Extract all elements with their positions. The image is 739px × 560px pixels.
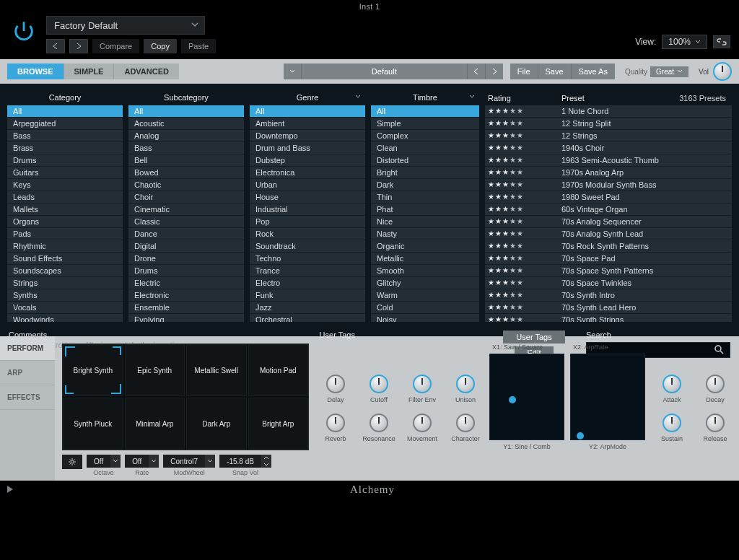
tab-simple[interactable]: SIMPLE	[64, 64, 115, 79]
list-item[interactable]: Complex	[371, 130, 479, 142]
list-item[interactable]: Downtempo	[250, 130, 365, 142]
list-item[interactable]: Nice	[371, 216, 479, 228]
list-item[interactable]: Bowed	[128, 167, 244, 179]
list-item[interactable]: Sound Effects	[7, 253, 123, 265]
perform-pad[interactable]: Synth Pluck	[63, 398, 123, 450]
character-knob[interactable]	[456, 414, 475, 432]
sustain-knob[interactable]	[663, 414, 681, 432]
preset-header[interactable]: Preset	[557, 94, 667, 102]
snapvol-stepper[interactable]: -15.8 dB	[219, 455, 271, 468]
rating-stars[interactable]: ★★★★★	[485, 291, 557, 299]
list-item[interactable]: Acoustic	[128, 118, 244, 130]
list-item[interactable]: Simple	[371, 118, 479, 130]
rating-stars[interactable]: ★★★★★	[485, 279, 557, 286]
rating-stars[interactable]: ★★★★★	[485, 156, 557, 164]
rating-stars[interactable]: ★★★★★	[485, 242, 557, 250]
next-preset-button[interactable]	[69, 39, 88, 53]
rating-stars[interactable]: ★★★★★	[485, 131, 557, 139]
volume-knob[interactable]	[713, 62, 732, 81]
list-item[interactable]: All	[128, 105, 244, 118]
rating-stars[interactable]: ★★★★★	[485, 217, 557, 225]
preset-row[interactable]: ★★★★★1970s Modular Synth Bass	[485, 179, 732, 191]
perform-pad[interactable]: Epic Synth	[125, 344, 185, 396]
perform-pad[interactable]: Bright Synth	[63, 344, 123, 396]
list-item[interactable]: Glitchy	[371, 277, 479, 289]
rating-stars[interactable]: ★★★★★	[485, 266, 557, 274]
preset-row[interactable]: ★★★★★70s Synth Lead Hero	[485, 302, 732, 314]
list-item[interactable]: Industrial	[250, 204, 365, 216]
preset-row[interactable]: ★★★★★12 String Split	[485, 118, 732, 130]
octave-dropdown[interactable]: Off	[87, 455, 121, 468]
filter-env-knob[interactable]	[413, 375, 432, 393]
perform-pad[interactable]: Motion Pad	[248, 344, 309, 396]
list-item[interactable]: All	[7, 105, 123, 118]
rating-stars[interactable]: ★★★★★	[485, 144, 557, 152]
genre-header[interactable]: Genre	[250, 91, 365, 105]
copy-button[interactable]: Copy	[144, 39, 177, 53]
preset-row[interactable]: ★★★★★1980 Sweet Pad	[485, 191, 732, 204]
list-item[interactable]: Pads	[7, 228, 123, 240]
preset-row[interactable]: ★★★★★1963 Semi-Acoustic Thumb	[485, 154, 732, 167]
chevron-up-icon[interactable]	[261, 455, 271, 461]
tab-advanced[interactable]: ADVANCED	[114, 64, 179, 79]
prev-preset-button[interactable]	[46, 39, 65, 53]
attack-knob[interactable]	[663, 375, 681, 393]
list-item[interactable]: Soundscapes	[7, 265, 123, 277]
list-item[interactable]: Evolving	[128, 314, 244, 322]
rating-stars[interactable]: ★★★★★	[485, 119, 557, 127]
list-item[interactable]: Dark	[371, 179, 479, 191]
chevron-down-icon[interactable]	[261, 461, 271, 468]
list-item[interactable]: Leads	[7, 191, 123, 204]
list-item[interactable]: Analog	[128, 130, 244, 142]
list-item[interactable]: Drums	[7, 154, 123, 167]
resonance-knob[interactable]	[370, 414, 388, 432]
preset-row[interactable]: ★★★★★12 Strings	[485, 130, 732, 142]
save-as-button[interactable]: Save As	[572, 64, 615, 79]
list-item[interactable]: Mallets	[7, 204, 123, 216]
list-item[interactable]: Bass	[7, 130, 123, 142]
preset-prev-button[interactable]	[468, 64, 486, 79]
link-icon[interactable]	[713, 35, 730, 48]
list-item[interactable]: Electro	[250, 277, 365, 289]
power-button[interactable]	[9, 16, 39, 46]
decay-knob[interactable]	[706, 375, 725, 393]
tab-browse[interactable]: BROWSE	[7, 64, 64, 79]
list-item[interactable]: Arpeggiated	[7, 118, 123, 130]
list-item[interactable]: Jazz	[250, 302, 365, 314]
preset-row[interactable]: ★★★★★70s Synth Strings	[485, 314, 732, 322]
gear-icon[interactable]	[62, 455, 82, 469]
xy2-pad[interactable]	[570, 354, 645, 440]
rating-stars[interactable]: ★★★★★	[485, 229, 557, 237]
list-item[interactable]: Guitars	[7, 167, 123, 179]
list-item[interactable]: Electric	[128, 277, 244, 289]
list-item[interactable]: Digital	[128, 240, 244, 253]
perform-pad[interactable]: Bright Arp	[248, 398, 309, 450]
rating-stars[interactable]: ★★★★★	[485, 193, 557, 201]
list-item[interactable]: Keys	[7, 179, 123, 191]
list-item[interactable]: Warm	[371, 289, 479, 302]
preset-row[interactable]: ★★★★★70s Synth Intro	[485, 289, 732, 302]
xy1-pad[interactable]	[489, 354, 564, 440]
list-item[interactable]: Synths	[7, 289, 123, 302]
preset-row[interactable]: ★★★★★1 Note Chord	[485, 105, 732, 118]
list-item[interactable]: Clean	[371, 142, 479, 154]
list-item[interactable]: Rock	[250, 228, 365, 240]
side-tab-effects[interactable]: EFFECTS	[0, 385, 55, 410]
list-item[interactable]: Soundtrack	[250, 240, 365, 253]
list-item[interactable]: Phat	[371, 204, 479, 216]
rating-stars[interactable]: ★★★★★	[485, 254, 557, 262]
list-item[interactable]: All	[371, 105, 479, 118]
release-knob[interactable]	[706, 414, 725, 432]
preset-menu-button[interactable]	[284, 64, 302, 79]
list-item[interactable]: Trance	[250, 265, 365, 277]
list-item[interactable]: Bass	[128, 142, 244, 154]
timbre-header[interactable]: Timbre	[371, 91, 479, 105]
list-item[interactable]: Ensemble	[128, 302, 244, 314]
preset-row[interactable]: ★★★★★70s Analog Sequencer	[485, 216, 732, 228]
rating-stars[interactable]: ★★★★★	[485, 168, 557, 176]
list-item[interactable]: Techno	[250, 253, 365, 265]
rating-stars[interactable]: ★★★★★	[485, 315, 557, 322]
perform-pad[interactable]: Dark Arp	[186, 398, 247, 450]
file-button[interactable]: File	[510, 64, 538, 79]
list-item[interactable]: Organic	[371, 240, 479, 253]
